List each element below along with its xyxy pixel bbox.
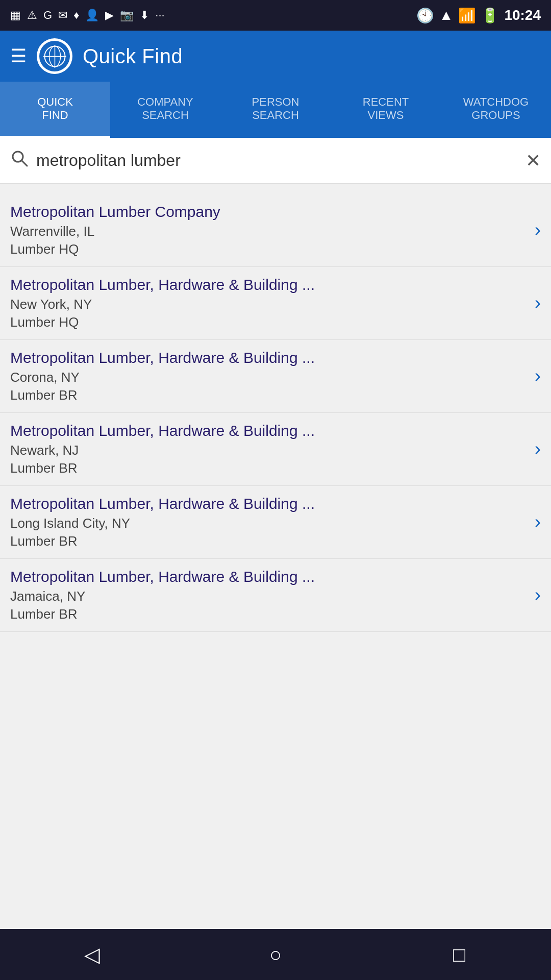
avatar-icon: 👤 [85, 9, 99, 22]
result-item-content: Metropolitan Lumber, Hardware & Building… [10, 276, 530, 330]
page-title: Quick Find [83, 45, 183, 68]
result-company-name: Metropolitan Lumber, Hardware & Building… [10, 276, 530, 293]
chevron-right-icon: › [535, 511, 541, 533]
result-category: Lumber BR [10, 460, 530, 476]
battery-icon: 🔋 [481, 7, 499, 24]
result-company-name: Metropolitan Lumber, Hardware & Building… [10, 349, 530, 366]
app-logo [37, 38, 72, 74]
result-location: New York, NY [10, 297, 530, 312]
tab-quick-find-label: QUICK FIND [37, 95, 73, 122]
chevron-right-icon: › [535, 365, 541, 387]
signal-icon: 📶 [458, 7, 476, 24]
list-item[interactable]: Metropolitan Lumber, Hardware & Building… [0, 413, 551, 486]
result-company-name: Metropolitan Lumber, Hardware & Building… [10, 568, 530, 585]
result-category: Lumber HQ [10, 314, 530, 330]
chevron-right-icon: › [535, 584, 541, 606]
result-item-content: Metropolitan Lumber, Hardware & Building… [10, 495, 530, 549]
result-item-content: Metropolitan Lumber, Hardware & Building… [10, 568, 530, 622]
back-button[interactable]: ◁ [0, 943, 184, 966]
download-icon: ⬇ [140, 9, 149, 22]
tab-recent-views[interactable]: RECENT VIEWS [331, 82, 441, 138]
wifi-icon: ▲ [439, 7, 454, 23]
media-icon: ▶ [105, 9, 114, 22]
status-bar: ▦ ⚠ G ✉ ♦ 👤 ▶ 📷 ⬇ ··· 🕙 ▲ 📶 🔋 10:24 [0, 0, 551, 31]
app-header: ☰ Quick Find [0, 31, 551, 82]
clear-icon[interactable]: ✕ [525, 150, 541, 172]
tab-quick-find[interactable]: QUICK FIND [0, 82, 110, 138]
camera-icon: 📷 [120, 9, 134, 22]
chevron-right-icon: › [535, 438, 541, 460]
result-category: Lumber HQ [10, 241, 530, 257]
tab-person-search[interactable]: PERSON SEARCH [220, 82, 331, 138]
mail-icon: ✉ [58, 9, 67, 22]
list-item[interactable]: Metropolitan Lumber Company Warrenville,… [0, 194, 551, 267]
search-bar: ✕ [0, 138, 551, 184]
result-category: Lumber BR [10, 606, 530, 622]
result-item-content: Metropolitan Lumber, Hardware & Building… [10, 349, 530, 403]
search-icon [10, 149, 29, 172]
result-location: Warrenville, IL [10, 224, 530, 239]
tab-watchdog-groups[interactable]: WATCHDOG GROUPS [441, 82, 551, 138]
result-location: Newark, NJ [10, 443, 530, 458]
status-bar-right: 🕙 ▲ 📶 🔋 10:24 [416, 7, 541, 24]
result-item-content: Metropolitan Lumber, Hardware & Building… [10, 422, 530, 476]
chevron-right-icon: › [535, 292, 541, 314]
alert-icon: ⚠ [27, 9, 37, 22]
sim-icon: ▦ [10, 9, 21, 22]
results-list: Metropolitan Lumber Company Warrenville,… [0, 184, 551, 632]
list-item[interactable]: Metropolitan Lumber, Hardware & Building… [0, 267, 551, 340]
time-display: 10:24 [504, 7, 541, 23]
tab-company-search[interactable]: COMPANY SEARCH [110, 82, 220, 138]
menu-icon[interactable]: ☰ [10, 45, 27, 67]
list-item[interactable]: Metropolitan Lumber, Hardware & Building… [0, 340, 551, 413]
list-item[interactable]: Metropolitan Lumber, Hardware & Building… [0, 559, 551, 632]
result-company-name: Metropolitan Lumber Company [10, 203, 530, 220]
chevron-right-icon: › [535, 219, 541, 241]
dots-icon: ··· [155, 9, 164, 22]
tab-recent-views-label: RECENT VIEWS [363, 95, 409, 122]
result-location: Corona, NY [10, 370, 530, 385]
result-item-content: Metropolitan Lumber Company Warrenville,… [10, 203, 530, 257]
tab-watchdog-groups-label: WATCHDOG GROUPS [463, 95, 529, 122]
search-input[interactable] [36, 151, 518, 170]
google-icon: G [43, 9, 52, 22]
svg-line-6 [22, 161, 27, 166]
clock-icon: 🕙 [416, 7, 434, 24]
result-category: Lumber BR [10, 533, 530, 549]
tab-person-search-label: PERSON SEARCH [252, 95, 299, 122]
tab-company-search-label: COMPANY SEARCH [137, 95, 193, 122]
wallet-icon: ♦ [73, 9, 79, 22]
bottom-nav: ◁ ○ □ [0, 929, 551, 980]
home-button[interactable]: ○ [184, 943, 367, 966]
result-location: Jamaica, NY [10, 589, 530, 604]
result-company-name: Metropolitan Lumber, Hardware & Building… [10, 495, 530, 512]
list-item[interactable]: Metropolitan Lumber, Hardware & Building… [0, 486, 551, 559]
recent-apps-button[interactable]: □ [367, 943, 551, 966]
status-bar-left: ▦ ⚠ G ✉ ♦ 👤 ▶ 📷 ⬇ ··· [10, 9, 165, 22]
result-location: Long Island City, NY [10, 516, 530, 531]
result-company-name: Metropolitan Lumber, Hardware & Building… [10, 422, 530, 439]
tab-bar: QUICK FIND COMPANY SEARCH PERSON SEARCH … [0, 82, 551, 138]
result-category: Lumber BR [10, 387, 530, 403]
app-logo-inner [39, 41, 70, 71]
